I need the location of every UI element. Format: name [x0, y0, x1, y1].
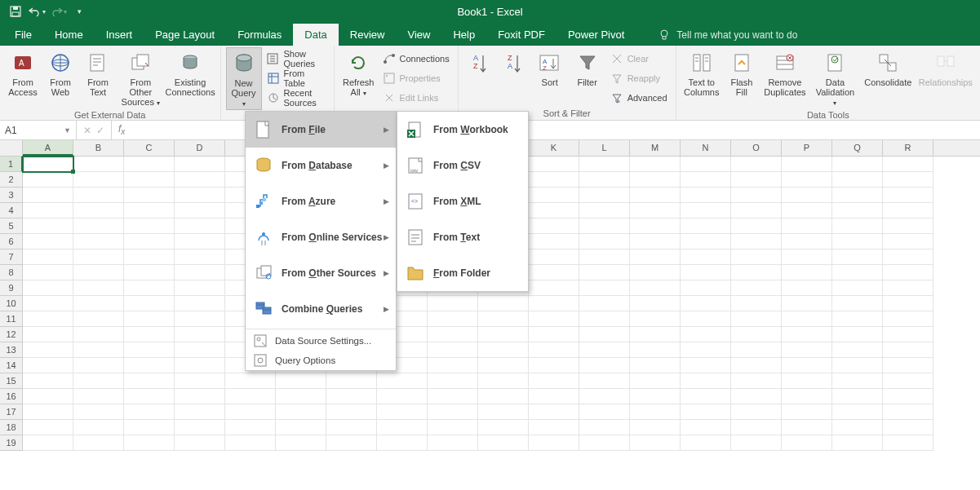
cell[interactable]	[124, 219, 175, 234]
column-header[interactable]: N	[681, 140, 731, 156]
cell[interactable]	[276, 373, 326, 389]
tab-page-layout[interactable]: Page Layout	[144, 24, 226, 46]
cell[interactable]	[883, 188, 933, 203]
cell[interactable]	[883, 234, 933, 249]
cell[interactable]	[175, 311, 225, 327]
row-header[interactable]: 7	[0, 249, 23, 265]
cell[interactable]	[23, 219, 73, 234]
cell[interactable]	[175, 389, 225, 404]
row-header[interactable]: 13	[0, 342, 23, 358]
cell[interactable]	[630, 234, 681, 249]
cell[interactable]	[529, 219, 579, 234]
cell[interactable]	[478, 342, 529, 358]
cell[interactable]	[630, 280, 681, 296]
query-options-menu[interactable]: Query Options	[246, 351, 396, 370]
from-csv-menu[interactable]: csvFrom CSV	[397, 148, 528, 183]
cell[interactable]	[681, 234, 731, 249]
cell[interactable]	[579, 327, 630, 342]
cell[interactable]	[681, 373, 731, 389]
cell[interactable]	[225, 404, 276, 420]
cell[interactable]	[832, 435, 883, 451]
cell[interactable]	[579, 280, 630, 296]
cell[interactable]	[630, 265, 681, 280]
cell[interactable]	[428, 389, 478, 404]
tab-insert[interactable]: Insert	[95, 24, 144, 46]
cell[interactable]	[124, 249, 175, 265]
cell[interactable]	[681, 280, 731, 296]
from-other-sources-menu[interactable]: From Other Sources▶	[246, 255, 396, 291]
cell[interactable]	[428, 435, 478, 451]
cell[interactable]	[681, 296, 731, 311]
cell[interactable]	[428, 358, 478, 373]
cell[interactable]	[883, 435, 933, 451]
cell[interactable]	[883, 203, 933, 219]
cell[interactable]	[630, 203, 681, 219]
cell[interactable]	[579, 311, 630, 327]
cell[interactable]	[681, 172, 731, 188]
cell[interactable]	[630, 311, 681, 327]
cell[interactable]	[579, 188, 630, 203]
cell[interactable]	[73, 157, 124, 172]
redo-icon[interactable]: ▾	[49, 2, 67, 20]
cell[interactable]	[175, 219, 225, 234]
cell[interactable]	[832, 234, 883, 249]
cell[interactable]	[579, 358, 630, 373]
cell[interactable]	[23, 389, 73, 404]
cell[interactable]	[731, 249, 782, 265]
cell[interactable]	[529, 265, 579, 280]
row-header[interactable]: 9	[0, 280, 23, 296]
cell[interactable]	[23, 435, 73, 451]
cell[interactable]	[832, 296, 883, 311]
cell[interactable]	[782, 358, 832, 373]
cell[interactable]	[73, 188, 124, 203]
cell[interactable]	[731, 404, 782, 420]
cell[interactable]	[579, 373, 630, 389]
cell[interactable]	[731, 342, 782, 358]
cell[interactable]	[630, 342, 681, 358]
from-table-button[interactable]: From Table	[264, 69, 329, 87]
remove-duplicates-button[interactable]: Remove Duplicates	[761, 47, 809, 97]
cell[interactable]	[579, 249, 630, 265]
cell[interactable]	[478, 296, 529, 311]
cell[interactable]	[175, 420, 225, 435]
cell[interactable]	[731, 157, 782, 172]
cell[interactable]	[225, 435, 276, 451]
cell[interactable]	[478, 327, 529, 342]
cell[interactable]	[73, 342, 124, 358]
fx-icon[interactable]: fx	[112, 123, 131, 136]
cell[interactable]	[681, 203, 731, 219]
cell[interactable]	[276, 389, 326, 404]
cell[interactable]	[225, 420, 276, 435]
cell[interactable]	[23, 280, 73, 296]
cell[interactable]	[681, 389, 731, 404]
cell[interactable]	[124, 389, 175, 404]
cell[interactable]	[832, 389, 883, 404]
cell[interactable]	[681, 327, 731, 342]
column-header[interactable]: L	[579, 140, 630, 156]
row-header[interactable]: 16	[0, 389, 23, 404]
cell[interactable]	[175, 265, 225, 280]
from-other-sources-button[interactable]: From Other Sources ▾	[118, 47, 164, 108]
cell[interactable]	[175, 203, 225, 219]
cell[interactable]	[529, 420, 579, 435]
cell[interactable]	[73, 265, 124, 280]
cell[interactable]	[731, 311, 782, 327]
from-file-menu[interactable]: From File▶	[246, 112, 396, 148]
cell[interactable]	[782, 157, 832, 172]
from-workbook-menu[interactable]: From Workbook	[397, 112, 528, 148]
cell[interactable]	[681, 435, 731, 451]
cell[interactable]	[529, 234, 579, 249]
cell[interactable]	[23, 311, 73, 327]
cell[interactable]	[782, 389, 832, 404]
row-header[interactable]: 3	[0, 188, 23, 203]
cell[interactable]	[23, 420, 73, 435]
tab-data[interactable]: Data	[293, 24, 338, 46]
cell[interactable]	[73, 358, 124, 373]
cell[interactable]	[23, 188, 73, 203]
cell[interactable]	[630, 389, 681, 404]
row-header[interactable]: 5	[0, 219, 23, 234]
cell[interactable]	[681, 188, 731, 203]
cell[interactable]	[326, 373, 377, 389]
column-header[interactable]: Q	[832, 140, 883, 156]
cell[interactable]	[883, 311, 933, 327]
